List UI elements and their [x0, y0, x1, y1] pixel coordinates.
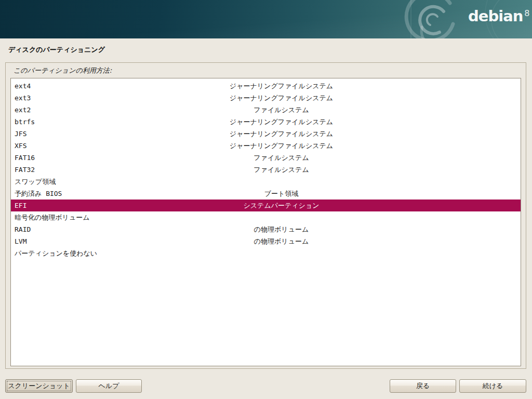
item-description: ブート領域 [42, 188, 521, 200]
list-item[interactable]: JFSジャーナリングファイルシステム [11, 128, 521, 140]
item-description: ジャーナリングファイルシステム [42, 116, 521, 128]
partition-type-list[interactable]: ext4ジャーナリングファイルシステムext3ジャーナリングファイルシステムex… [10, 78, 521, 366]
list-item[interactable]: 予約済み BIOSブート領域 [11, 188, 521, 200]
item-description: ファイルシステム [42, 152, 521, 164]
list-rows: ext4ジャーナリングファイルシステムext3ジャーナリングファイルシステムex… [11, 80, 521, 259]
item-description: ファイルシステム [42, 164, 521, 176]
list-item[interactable]: ext4ジャーナリングファイルシステム [11, 80, 521, 92]
item-label: LVM [15, 235, 26, 247]
page-title: ディスクのパーティショニング [8, 45, 105, 55]
item-label: FAT16 [15, 152, 35, 164]
frame-label: このパーティションの利用方法: [14, 66, 112, 75]
item-description: システムパーティション [42, 200, 521, 211]
list-item[interactable]: ext3ジャーナリングファイルシステム [11, 92, 521, 104]
item-label: パーティションを使わない [15, 247, 97, 259]
item-label: btrfs [15, 116, 35, 128]
item-label: EFI [15, 200, 26, 211]
item-label: ext4 [15, 80, 31, 92]
list-item[interactable]: パーティションを使わない [11, 247, 521, 259]
partition-use-frame: このパーティションの利用方法: ext4ジャーナリングファイルシステムext3ジ… [5, 62, 526, 369]
item-description: ジャーナリングファイルシステム [42, 92, 521, 104]
debian-swirl-icon [0, 0, 532, 38]
list-item[interactable]: 暗号化の物理ボリューム [11, 211, 521, 223]
list-item[interactable]: btrfsジャーナリングファイルシステム [11, 116, 521, 128]
list-item[interactable]: FAT32ファイルシステム [11, 164, 521, 176]
item-description: ファイルシステム [42, 104, 521, 116]
brand-text: debian [468, 7, 523, 25]
item-description: の物理ボリューム [42, 235, 521, 247]
item-label: RAID [15, 223, 31, 235]
item-label: JFS [15, 128, 26, 140]
screenshot-button[interactable]: スクリーンショット [5, 379, 73, 393]
list-item[interactable]: スワップ領域 [11, 176, 521, 188]
item-description: ジャーナリングファイルシステム [42, 80, 521, 92]
header-banner: debian8 [0, 0, 532, 38]
item-label: XFS [15, 140, 26, 152]
item-label: スワップ領域 [15, 176, 56, 188]
back-button[interactable]: 戻る [390, 379, 456, 393]
item-description: の物理ボリューム [42, 223, 521, 235]
version-badge: 8 [524, 8, 529, 18]
debian-logo: debian8 [468, 7, 530, 25]
help-button[interactable]: ヘルプ [76, 379, 142, 393]
continue-button[interactable]: 続ける [459, 379, 526, 393]
item-description: ジャーナリングファイルシステム [42, 128, 521, 140]
item-label: ext2 [15, 104, 31, 116]
list-item[interactable]: ext2ファイルシステム [11, 104, 521, 116]
list-item[interactable]: XFSジャーナリングファイルシステム [11, 140, 521, 152]
item-label: FAT32 [15, 164, 35, 176]
list-item[interactable]: EFIシステムパーティション [11, 200, 521, 211]
list-item[interactable]: RAIDの物理ボリューム [11, 223, 521, 235]
list-item[interactable]: FAT16ファイルシステム [11, 152, 521, 164]
item-description: ジャーナリングファイルシステム [42, 140, 521, 152]
item-label: 暗号化の物理ボリューム [15, 211, 90, 223]
item-label: ext3 [15, 92, 31, 104]
list-item[interactable]: LVMの物理ボリューム [11, 235, 521, 247]
